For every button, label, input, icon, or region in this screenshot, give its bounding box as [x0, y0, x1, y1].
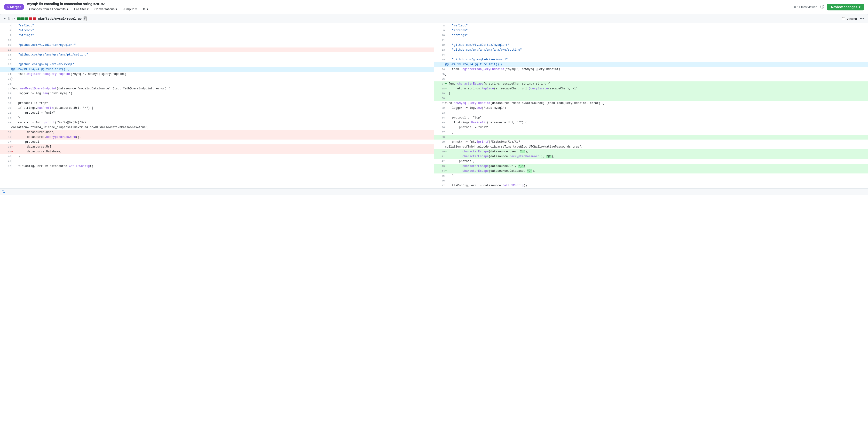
- changes-from-dropdown[interactable]: Changes from all commits ▾: [27, 6, 70, 12]
- line-code: protocol := "tcp": [11, 101, 434, 106]
- table-row: 9 "strconv": [434, 28, 868, 33]
- line-number: 27: [434, 82, 445, 86]
- line-number: 12: [0, 47, 11, 52]
- line-number: 36: [434, 125, 445, 130]
- chevron-down-icon-4: ▾: [135, 7, 137, 11]
- line-code: "github.com/go-sql-driver/mysql": [445, 57, 868, 62]
- more-options-button[interactable]: •••: [860, 17, 864, 21]
- table-row: 10: [0, 38, 434, 43]
- table-row: 36 – datasource.DecryptedPassword(),: [0, 135, 434, 139]
- jump-to-label: Jump to: [123, 7, 134, 11]
- diff-stat-added-3: [25, 18, 28, 20]
- line-number: 13: [434, 47, 445, 52]
- line-number: 32: [0, 110, 11, 115]
- table-row: 14: [0, 57, 434, 62]
- line-number: 35: [434, 120, 445, 125]
- line-number: 9: [434, 28, 445, 33]
- conversations-label: Conversations: [94, 7, 115, 11]
- line-code: ): [445, 173, 868, 178]
- line-code: [11, 96, 434, 101]
- line-code: tlsConfig, err := datasource.GetTLSConfi…: [11, 164, 434, 169]
- line-number: 9: [0, 33, 11, 38]
- line-code: tsdb.RegisterTsdbQueryEndpoint("mysql", …: [11, 72, 434, 76]
- line-number: 42: [434, 159, 445, 164]
- merged-badge: ⑃ Merged: [4, 4, 24, 10]
- table-row: collation=utf8mb4_unicode_ci&parseTime=t…: [434, 144, 868, 149]
- line-number: 25: [0, 76, 11, 82]
- file-expand-arrows-button[interactable]: ⇅: [7, 17, 10, 20]
- dropdown-arrow-icon: ▾: [859, 5, 860, 9]
- line-code: }: [445, 72, 868, 76]
- line-code: @@ -24,19 +24,24 @@ func init() {: [11, 67, 434, 72]
- line-code: "github.com/go-sql-driver/mysql": [11, 62, 434, 67]
- jump-to-dropdown[interactable]: Jump to ▾: [121, 6, 139, 12]
- line-number: 47: [434, 183, 445, 188]
- info-icon[interactable]: ⓘ: [820, 4, 824, 9]
- line-code: "reflect": [11, 23, 434, 28]
- line-number: 43: [434, 164, 445, 169]
- table-row: 14: [434, 52, 868, 57]
- file-line-count: 15: [12, 17, 15, 21]
- line-code: }: [11, 115, 434, 120]
- chevron-down-icon-2: ▾: [87, 7, 89, 11]
- line-code: [445, 38, 868, 43]
- line-number: 29: [0, 96, 11, 101]
- table-row: 28 + return strings.Replace(s, escapeCha…: [434, 86, 868, 91]
- line-code: "github.com/grafana/grafana/pkg/setting": [11, 52, 434, 57]
- file-header: ▾ ⇅ 15 pkg/tsdb/mysql/mysql.go ⎘ Viewed …: [0, 14, 868, 23]
- line-number: 31: [434, 101, 445, 106]
- file-filter-dropdown[interactable]: File filter ▾: [72, 6, 91, 12]
- table-row: 9 "strings": [0, 33, 434, 38]
- line-code: protocol,: [445, 159, 868, 164]
- line-number: 15: [0, 62, 11, 67]
- review-changes-button[interactable]: Review changes ▾: [827, 4, 864, 10]
- file-collapse-button[interactable]: ▾: [4, 17, 6, 20]
- line-code: cnnstr := fmt.Sprintf("%s:%s@%s(%s)/%s?: [11, 120, 434, 125]
- line-number: 44: [434, 169, 445, 173]
- line-number: 41: [434, 154, 445, 159]
- line-number: 14: [434, 52, 445, 57]
- line-code: if strings.HasPrefix(datasource.Url, "/"…: [11, 106, 434, 110]
- line-code: – datasource.DecryptedPassword(),: [11, 135, 434, 139]
- line-number: 41: [0, 159, 11, 164]
- diff-stat-added-2: [21, 18, 25, 20]
- table-row: 46: [434, 178, 868, 183]
- line-code: – datasource.Database,: [11, 149, 434, 154]
- table-row: 8 "reflect": [434, 23, 868, 28]
- conversations-dropdown[interactable]: Conversations ▾: [93, 6, 119, 12]
- table-row: 33: [434, 110, 868, 115]
- line-number: 36: [0, 135, 11, 139]
- line-code: +: [445, 135, 868, 139]
- expand-down-button[interactable]: ⇅: [2, 190, 5, 194]
- line-number: 28: [434, 86, 445, 91]
- viewed-checkbox-input[interactable]: [842, 17, 845, 20]
- line-number: [0, 125, 11, 130]
- line-code: + return strings.Replace(s, escapeChar, …: [445, 86, 868, 91]
- line-code: +: [445, 96, 868, 101]
- table-row: 8 "strconv": [0, 28, 434, 33]
- merge-icon: ⑃: [7, 5, 9, 9]
- table-row: 12 "github.com/VividCortex/mysqlerr": [434, 43, 868, 47]
- table-row: 35 if strings.HasPrefix(datasource.Url, …: [434, 120, 868, 125]
- line-number: 27: [0, 86, 11, 91]
- table-row: 24 tsdb.RegisterTsdbQueryEndpoint("mysql…: [0, 72, 434, 76]
- header-right: 0 / 1 files viewed ⓘ Review changes ▾: [794, 4, 864, 10]
- copy-path-button[interactable]: ⎘: [84, 16, 87, 21]
- line-number: 29: [434, 91, 445, 96]
- viewed-checkbox[interactable]: Viewed: [842, 17, 857, 21]
- line-number: 38: [0, 144, 11, 149]
- line-code: + characterEscape(datasource.Url, ")"),: [445, 164, 868, 169]
- line-code: "reflect": [445, 23, 868, 28]
- changes-from-label: Changes from all commits: [29, 7, 65, 11]
- line-code: "strconv": [445, 28, 868, 33]
- line-code: [445, 76, 868, 82]
- table-row: 33 }: [0, 115, 434, 120]
- line-code: logger := log.New("tsdb.mysql"): [445, 106, 868, 110]
- diff-stat-removed-1: [29, 18, 32, 20]
- table-row: 10 "strings": [434, 33, 868, 38]
- line-code: + characterEscape(datasource.DecryptedPa…: [445, 154, 868, 159]
- line-number: [434, 144, 445, 149]
- line-number: 24: [0, 72, 11, 76]
- settings-dropdown[interactable]: ⚙ ▾: [141, 6, 150, 12]
- table-row: 47 tlsConfig, err := datasource.GetTLSCo…: [434, 183, 868, 188]
